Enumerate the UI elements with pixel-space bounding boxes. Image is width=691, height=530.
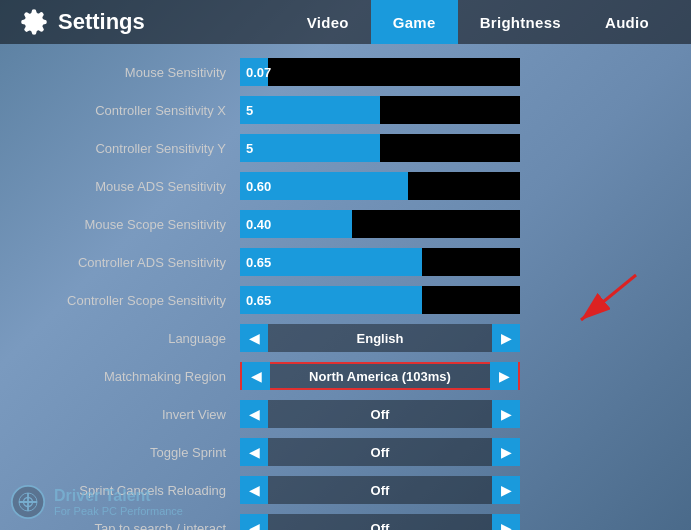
setting-matchmaking-region: Matchmaking Region ◀ North America (103m…: [20, 358, 671, 394]
setting-mouse-scope: Mouse Scope Sensitivity 0.40: [20, 206, 671, 242]
selector-invert-view[interactable]: ◀ Off ▶: [240, 400, 671, 428]
tab-audio[interactable]: Audio: [583, 0, 671, 44]
label-controller-y: Controller Sensitivity Y: [20, 141, 240, 156]
arrow-left-invert[interactable]: ◀: [240, 400, 268, 428]
setting-controller-y: Controller Sensitivity Y 5: [20, 130, 671, 166]
slider-mouse-scope[interactable]: 0.40: [240, 210, 671, 238]
arrow-right-invert[interactable]: ▶: [492, 400, 520, 428]
slider-mouse-ads[interactable]: 0.60: [240, 172, 671, 200]
tab-video[interactable]: Video: [285, 0, 371, 44]
label-controller-scope: Controller Scope Sensitivity: [20, 293, 240, 308]
label-mouse-scope: Mouse Scope Sensitivity: [20, 217, 240, 232]
gear-icon: [20, 8, 48, 36]
arrow-right-sprint[interactable]: ▶: [492, 438, 520, 466]
label-toggle-sprint: Toggle Sprint: [20, 445, 240, 460]
watermark-subtitle: For Peak PC Performance: [54, 505, 183, 517]
arrow-right-language[interactable]: ▶: [492, 324, 520, 352]
watermark: Driver Talent For Peak PC Performance: [10, 484, 183, 520]
label-tap-search: Tap to search / interact: [20, 521, 240, 531]
arrow-left-matchmaking[interactable]: ◀: [242, 362, 270, 390]
arrow-left-sprint[interactable]: ◀: [240, 438, 268, 466]
selector-sprint-cancels[interactable]: ◀ Off ▶: [240, 476, 671, 504]
title-text: Settings: [58, 9, 145, 35]
arrow-left-tap[interactable]: ◀: [240, 514, 268, 530]
label-controller-ads: Controller ADS Sensitivity: [20, 255, 240, 270]
arrow-right-matchmaking[interactable]: ▶: [490, 362, 518, 390]
watermark-icon: [10, 484, 46, 520]
watermark-text-container: Driver Talent For Peak PC Performance: [54, 487, 183, 517]
arrow-right-tap[interactable]: ▶: [492, 514, 520, 530]
label-matchmaking-region: Matchmaking Region: [20, 369, 240, 384]
setting-mouse-sensitivity: Mouse Sensitivity 0.07: [20, 54, 671, 90]
watermark-title: Driver Talent: [54, 487, 183, 505]
selector-toggle-sprint[interactable]: ◀ Off ▶: [240, 438, 671, 466]
settings-content: Mouse Sensitivity 0.07 Controller Sensit…: [0, 44, 691, 530]
setting-mouse-ads: Mouse ADS Sensitivity 0.60: [20, 168, 671, 204]
settings-header: Settings Video Game Brightness Audio: [0, 0, 691, 44]
slider-controller-y[interactable]: 5: [240, 134, 671, 162]
slider-controller-x[interactable]: 5: [240, 96, 671, 124]
label-language: Language: [20, 331, 240, 346]
setting-controller-ads: Controller ADS Sensitivity 0.65: [20, 244, 671, 280]
setting-language: Language ◀ English ▶: [20, 320, 671, 356]
label-controller-x: Controller Sensitivity X: [20, 103, 240, 118]
setting-controller-scope: Controller Scope Sensitivity 0.65: [20, 282, 671, 318]
selector-matchmaking-region[interactable]: ◀ North America (103ms) ▶: [240, 362, 671, 390]
arrow-right-sprint-cancel[interactable]: ▶: [492, 476, 520, 504]
label-invert-view: Invert View: [20, 407, 240, 422]
setting-toggle-sprint: Toggle Sprint ◀ Off ▶: [20, 434, 671, 470]
tab-game[interactable]: Game: [371, 0, 458, 44]
selector-tap-search[interactable]: ◀ Off ▶: [240, 514, 671, 530]
slider-mouse-sensitivity[interactable]: 0.07: [240, 58, 671, 86]
nav-tabs: Video Game Brightness Audio: [285, 0, 671, 44]
arrow-left-sprint-cancel[interactable]: ◀: [240, 476, 268, 504]
selector-language[interactable]: ◀ English ▶: [240, 324, 671, 352]
arrow-left-language[interactable]: ◀: [240, 324, 268, 352]
setting-invert-view: Invert View ◀ Off ▶: [20, 396, 671, 432]
page-title: Settings: [20, 8, 285, 36]
slider-controller-ads[interactable]: 0.65: [240, 248, 671, 276]
label-mouse-sensitivity: Mouse Sensitivity: [20, 65, 240, 80]
tab-brightness[interactable]: Brightness: [458, 0, 583, 44]
slider-controller-scope[interactable]: 0.65: [240, 286, 671, 314]
label-mouse-ads: Mouse ADS Sensitivity: [20, 179, 240, 194]
setting-controller-x: Controller Sensitivity X 5: [20, 92, 671, 128]
